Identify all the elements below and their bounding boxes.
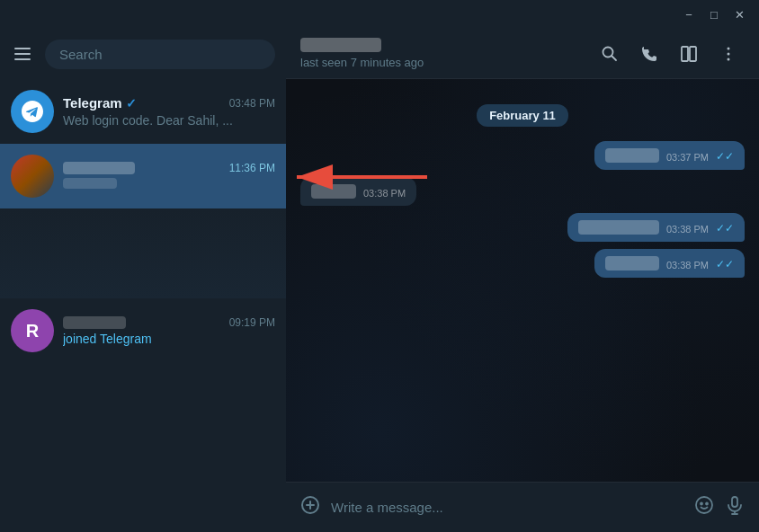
message-input[interactable] [331, 500, 683, 515]
maximize-button[interactable]: □ [701, 2, 727, 27]
chat-time-r: 09:19 PM [229, 316, 275, 329]
read-receipt-4: ✓✓ [716, 258, 734, 270]
avatar-telegram [11, 90, 54, 133]
chat-header-info: last seen 7 minutes ago [300, 38, 594, 69]
emoji-button[interactable] [694, 495, 714, 519]
bubble-text-3 [578, 220, 659, 235]
contact-status: last seen 7 minutes ago [300, 56, 594, 69]
bubble-3: 03:38 PM ✓✓ [567, 213, 745, 242]
svg-point-14 [706, 503, 708, 505]
search-button[interactable] [594, 38, 626, 70]
verified-icon: ✓ [126, 96, 137, 111]
blurred-name-jasmine [63, 162, 135, 174]
blurred-preview-jasmine [63, 178, 117, 189]
contact-name-blurred [300, 38, 381, 52]
chat-info-telegram: Telegram ✓ 03:48 PM Web login code. Dear… [63, 95, 275, 128]
sidebar-spacer [0, 208, 286, 298]
chat-panel: last seen 7 minutes ago [286, 29, 759, 532]
svg-point-7 [728, 52, 730, 55]
avatar-r: R [11, 309, 54, 352]
arrow-annotation [288, 159, 432, 199]
columns-button[interactable] [673, 38, 705, 70]
svg-point-12 [696, 497, 712, 513]
attachment-button[interactable] [300, 495, 320, 519]
read-receipt-3: ✓✓ [716, 222, 734, 235]
svg-point-8 [728, 58, 730, 60]
search-input[interactable] [45, 40, 275, 69]
svg-line-3 [612, 56, 617, 60]
bubble-1: 03:37 PM ✓✓ [594, 141, 745, 170]
svg-rect-4 [682, 47, 688, 61]
chat-time-telegram: 03:48 PM [229, 97, 275, 110]
chat-item-telegram[interactable]: Telegram ✓ 03:48 PM Web login code. Dear… [0, 79, 286, 144]
chat-name-jasmine [63, 162, 135, 174]
chat-info-jasmine: 11:36 PM [63, 162, 275, 191]
bubble-4: 03:38 PM ✓✓ [594, 249, 745, 278]
more-button[interactable] [712, 38, 745, 70]
svg-rect-15 [732, 497, 737, 507]
message-4: 03:38 PM ✓✓ [300, 249, 745, 278]
svg-point-13 [701, 503, 702, 505]
chat-time-jasmine: 11:36 PM [229, 162, 275, 174]
svg-point-6 [728, 47, 730, 49]
titlebar: − □ ✕ [0, 0, 759, 29]
message-3: 03:38 PM ✓✓ [300, 213, 745, 242]
chat-header: last seen 7 minutes ago [286, 29, 759, 79]
chat-preview-r: joined Telegram [63, 332, 275, 346]
chat-preview-telegram: Web login code. Dear Sahil, ... [63, 113, 275, 128]
read-receipt-1: ✓✓ [716, 150, 734, 163]
sidebar-header [0, 29, 286, 79]
bubble-text-4 [605, 256, 659, 270]
minimize-button[interactable]: − [676, 2, 701, 27]
chat-name-r [63, 316, 126, 329]
date-separator: February 11 [300, 104, 745, 127]
blurred-name-r [63, 316, 126, 329]
avatar-jasmine [11, 155, 54, 198]
phone-button[interactable] [633, 38, 665, 70]
bubble-time-1: 03:37 PM [666, 152, 709, 163]
app-container: Telegram ✓ 03:48 PM Web login code. Dear… [0, 0, 759, 532]
bubble-time-4: 03:38 PM [666, 260, 709, 270]
sidebar: Telegram ✓ 03:48 PM Web login code. Dear… [0, 29, 286, 532]
bubble-text-1 [605, 148, 659, 163]
chat-item-r[interactable]: R 09:19 PM joined Telegram [0, 298, 286, 363]
header-actions [594, 38, 745, 70]
chat-name-telegram: Telegram ✓ [63, 95, 137, 111]
messages-area[interactable]: February 11 03:37 PM ✓✓ 03:38 PM [286, 79, 759, 482]
svg-rect-5 [690, 47, 696, 61]
svg-point-2 [603, 47, 613, 57]
chat-item-jasmine[interactable]: 11:36 PM [0, 144, 286, 208]
mic-button[interactable] [725, 495, 745, 519]
close-button[interactable]: ✕ [727, 2, 752, 27]
date-badge: February 11 [477, 104, 568, 127]
hamburger-menu-button[interactable] [11, 44, 34, 64]
input-area [286, 482, 759, 532]
chat-list: Telegram ✓ 03:48 PM Web login code. Dear… [0, 79, 286, 532]
chat-info-r: 09:19 PM joined Telegram [63, 316, 275, 346]
bubble-time-3: 03:38 PM [666, 224, 709, 235]
chat-preview-jasmine [63, 177, 275, 191]
